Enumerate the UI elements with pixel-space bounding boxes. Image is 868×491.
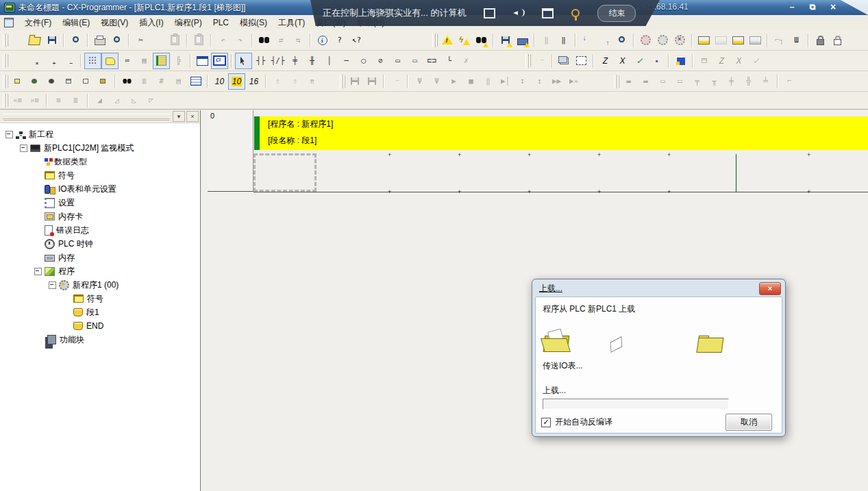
tree-expander-icon[interactable] — [5, 131, 13, 138]
sim-play-button[interactable]: ▶ — [445, 73, 462, 90]
dialog-close-button[interactable]: × — [759, 282, 781, 295]
sheet-list-button[interactable] — [556, 53, 573, 69]
toolbar-drag-handle[interactable] — [614, 75, 617, 88]
program-mode-button[interactable] — [671, 32, 689, 49]
work-online-simulator-button[interactable] — [456, 32, 473, 49]
run-mode-button[interactable] — [637, 32, 654, 49]
io-comment-view-button[interactable]: ≣ — [136, 73, 153, 90]
tree-item-end-section[interactable]: END — [0, 319, 200, 333]
undo-button[interactable]: ↶ — [214, 32, 232, 49]
address-convert-button[interactable]: ⇆ — [290, 32, 307, 49]
window-view-1-button[interactable] — [696, 53, 713, 69]
align-rung-bottom-button[interactable]: ≣ — [67, 92, 84, 109]
new-or-closed-contact-button[interactable]: ╫ — [303, 53, 321, 69]
sim-scan-doc-button[interactable] — [387, 73, 404, 90]
print-button[interactable] — [91, 32, 108, 49]
block-select-2-button[interactable]: ▬ — [637, 73, 654, 90]
rung-join-button[interactable]: ╪ — [723, 73, 740, 90]
panel-drag-grip[interactable] — [3, 114, 170, 119]
decimal-format-button[interactable] — [211, 73, 228, 90]
forced-reset-button[interactable] — [829, 32, 846, 49]
help-button[interactable]: ? — [331, 32, 348, 49]
toolbar-drag-handle[interactable] — [3, 54, 6, 68]
toolbar-drag-handle[interactable] — [525, 54, 529, 68]
sim-pause-button[interactable]: ‖ — [480, 73, 497, 90]
properties-button[interactable] — [95, 73, 112, 90]
auto-online-button[interactable] — [514, 32, 531, 49]
new-closed-coil-button[interactable]: ⊘ — [372, 53, 389, 69]
rung-merge-button[interactable]: ╬ — [740, 73, 757, 90]
delete-tool-button[interactable]: ✗ — [458, 53, 475, 69]
tree-item-symbols[interactable]: 符号 — [0, 168, 200, 182]
rung-split-bottom-button[interactable]: ╧ — [757, 73, 774, 90]
about-info-button[interactable] — [314, 32, 331, 49]
menu-tools[interactable]: 工具(T) — [273, 16, 310, 30]
sim-save-button[interactable] — [363, 73, 380, 90]
zoom-fit-button[interactable] — [9, 53, 26, 69]
tree-item-programs[interactable]: 程序 — [0, 264, 200, 278]
goto-rung-z-button[interactable] — [597, 53, 614, 69]
panel-close-button[interactable]: × — [186, 111, 199, 122]
toolbar-drag-handle[interactable] — [3, 94, 6, 108]
new-or-contact-button[interactable]: ╪ — [286, 53, 303, 69]
new-closed-contact-button[interactable]: ┤/├ — [269, 53, 286, 69]
zoom-out-button[interactable] — [60, 53, 77, 69]
menu-insert[interactable]: 插入(I) — [134, 16, 169, 30]
copy-button[interactable] — [149, 32, 166, 49]
memory-view-1-button[interactable] — [695, 32, 712, 49]
open-project-button[interactable] — [26, 32, 43, 49]
tree-item-new-plc1[interactable]: 新PLC1[CJ2M] 监视模式 — [0, 141, 200, 155]
work-online-button[interactable] — [438, 32, 456, 49]
tree-item-settings[interactable]: 设置 — [0, 196, 200, 210]
paste-rung-button[interactable] — [190, 32, 208, 49]
differential-monitor-button[interactable]: ⌐┐ — [771, 32, 788, 49]
minimize-button[interactable]: – — [783, 1, 801, 13]
frame-select-button[interactable] — [573, 53, 590, 69]
memory-view-2-button[interactable] — [712, 32, 730, 49]
network-transfer-button[interactable]: ⇈ — [303, 73, 321, 90]
new-instruction-button[interactable]: ▭ — [389, 53, 406, 69]
new-coil-button[interactable]: ◯ — [355, 53, 372, 69]
tree-item-memory[interactable]: 内存 — [0, 251, 200, 264]
window-view-x-button[interactable] — [730, 53, 747, 69]
show-rung-annotations-button[interactable]: ≔ — [119, 53, 136, 69]
sim-break-1-button[interactable]: Ψ — [411, 73, 428, 90]
window-switch-icon[interactable] — [542, 8, 554, 18]
end-session-button[interactable]: 结束 — [597, 5, 636, 22]
zoom-in-button[interactable] — [43, 53, 60, 69]
block-move-button[interactable]: ▭ — [654, 73, 671, 90]
cascade-project-button[interactable] — [9, 73, 26, 90]
horizontal-line-button[interactable]: ─ — [338, 53, 355, 69]
cancel-button[interactable]: 取消 — [726, 414, 772, 431]
context-help-button[interactable]: ↖? — [348, 32, 365, 49]
rung-split-mid-button[interactable]: ╥ — [706, 73, 723, 90]
speaker-icon[interactable] — [513, 9, 524, 17]
block-select-1-button[interactable]: ▬ — [620, 73, 637, 90]
force-cancel-button[interactable]: ◺ — [125, 92, 142, 109]
online-device-search-button[interactable] — [473, 32, 490, 49]
tree-expander-icon[interactable] — [20, 144, 27, 152]
upload-symbols-button[interactable]: ⇧ — [269, 73, 286, 90]
online-edit-save-button[interactable] — [497, 32, 514, 49]
remote-tools-icon[interactable] — [571, 9, 580, 17]
memory-view-3-button[interactable] — [730, 32, 747, 49]
pause-monitoring-button[interactable]: ‖ — [538, 32, 555, 49]
pause-button[interactable]: ‖ — [555, 32, 572, 49]
force-off-button[interactable]: ◿ — [108, 92, 125, 109]
monitor-in-rung-button[interactable] — [153, 53, 170, 69]
tree-item-data-types[interactable]: 数据类型 — [0, 155, 200, 168]
sim-stop-button[interactable]: ■ — [462, 73, 480, 90]
branch-corner-button[interactable]: ⌐ — [781, 73, 798, 90]
tree-item-new-program1[interactable]: 新程序1 (00) — [0, 278, 200, 292]
menu-simulation[interactable]: 模拟(S) — [234, 16, 273, 30]
sim-break-2-button[interactable]: Ψ — [428, 73, 445, 90]
tree-item-section1[interactable]: 段1 — [0, 305, 200, 319]
indent-rung-left-button[interactable]: «≡ — [9, 92, 26, 109]
signed-decimal-format-button[interactable] — [228, 73, 245, 90]
tree-item-io-table-unit-setup[interactable]: IO表和单元设置 — [0, 182, 200, 196]
ladder-cursor-cell[interactable] — [253, 153, 317, 192]
monitor-mode-button[interactable] — [654, 32, 671, 49]
tree-expander-icon[interactable] — [49, 281, 56, 289]
toolbar-drag-handle[interactable] — [3, 34, 6, 47]
print-preview-button[interactable] — [108, 32, 125, 49]
